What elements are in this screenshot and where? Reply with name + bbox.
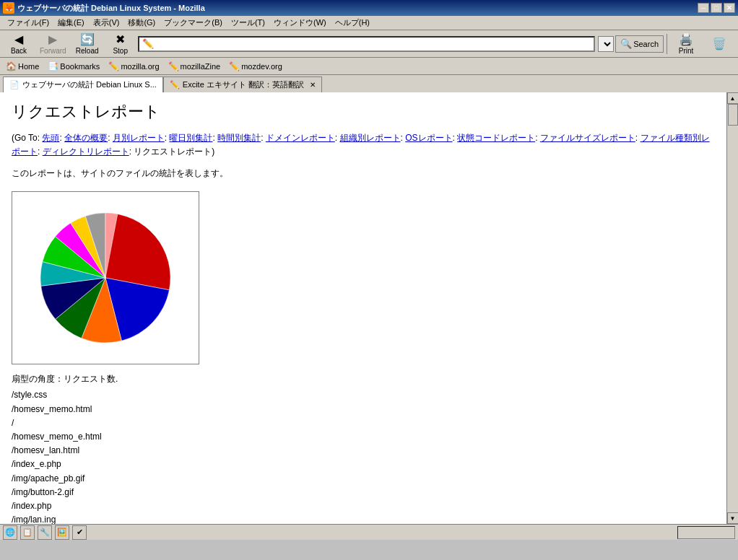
title-bar: 🦊 ウェブサーバの統計 Debian Linux System - Mozill… (0, 0, 738, 16)
page-title: リクエストレポート (12, 101, 715, 123)
status-icon-2[interactable]: 🔧 (38, 525, 52, 540)
file-item: /homesv_lan.html (12, 444, 715, 458)
nav-link-org[interactable]: 組織別レポート (340, 133, 401, 143)
scroll-thumb[interactable] (728, 104, 738, 126)
pie-chart (33, 206, 178, 350)
bookmarks-icon: 📑 (48, 61, 58, 71)
file-item: /style.css (12, 388, 715, 402)
address-bar[interactable]: ✏️ (138, 36, 595, 52)
file-item: /img/lan.ing (12, 513, 715, 524)
bookmark-bookmarks-label: Bookmarks (60, 62, 100, 71)
file-item: / (12, 416, 715, 430)
forward-icon: ▶ (48, 32, 57, 46)
bookmark-mozillazine-label: mozillaZine (181, 62, 221, 71)
window-controls: ─ □ ✕ (698, 3, 735, 13)
file-item: /homesv_memo.html (12, 403, 715, 416)
status-icon-0[interactable]: 🌐 (3, 525, 17, 540)
separator (667, 34, 667, 54)
content-area[interactable]: リクエストレポート (Go To: 先頭: 全体の概要: 月別レポート: 曜日別… (0, 92, 726, 524)
status-icon-1[interactable]: 📋 (20, 525, 35, 540)
file-item: /index_e.php (12, 458, 715, 471)
legend-text: 扇型の角度：リクエスト数. (12, 373, 715, 385)
tab-1-close[interactable]: ✕ (310, 81, 316, 89)
stop-label: Stop (113, 47, 128, 55)
nav-link-top[interactable]: 先頭 (42, 133, 59, 143)
status-bar: 🌐 📋 🔧 🖼️ ✔ (0, 524, 738, 540)
nav-link-status[interactable]: 状態コードレポート (457, 133, 535, 143)
menu-window[interactable]: ウィンドウ(W) (269, 16, 331, 30)
back-icon: ◀ (14, 32, 23, 46)
nav-link-os[interactable]: OSレポート (405, 133, 452, 143)
nav-link-weekly[interactable]: 曜日別集計 (169, 133, 212, 143)
url-input[interactable] (157, 40, 591, 48)
back-label: Back (11, 47, 27, 55)
menu-edit[interactable]: 編集(E) (53, 16, 89, 30)
chart-container (12, 191, 199, 364)
description: このレポートは、サイトのファイルの統計を表します。 (12, 167, 715, 180)
print-label: Print (679, 47, 694, 55)
home-icon: 🏠 (6, 61, 17, 71)
mozdev-icon: ✏️ (229, 61, 240, 71)
status-box (677, 526, 735, 539)
nav-link-monthly[interactable]: 月別レポート (113, 133, 165, 143)
file-item: /img/button-2.gif (12, 486, 715, 499)
maximize-button[interactable]: □ (711, 3, 722, 13)
reload-button[interactable]: 🔄 Reload (71, 32, 103, 56)
print-button[interactable]: 🖨️ Print (670, 32, 702, 56)
nav-link-directory[interactable]: ディレクトリレポート (43, 146, 129, 157)
bookmark-home[interactable]: 🏠 Home (3, 60, 42, 73)
forward-label: Forward (40, 47, 66, 55)
file-list: /style.css /homesv_memo.html / /homesv_m… (12, 388, 715, 524)
forward-button[interactable]: ▶ Forward (36, 32, 70, 56)
bookmark-mozdev[interactable]: ✏️ mozdev.org (226, 60, 285, 73)
close-button[interactable]: ✕ (724, 3, 735, 13)
scroll-up-button[interactable]: ▲ (727, 92, 739, 104)
url-dropdown[interactable] (598, 36, 614, 52)
mozilla-icon: ✏️ (108, 61, 119, 71)
mozillazine-icon: ✏️ (168, 61, 179, 71)
minimize-button[interactable]: ─ (698, 3, 709, 13)
nav-link-hourly[interactable]: 時間別集計 (217, 133, 261, 143)
tab-1-icon: ✏️ (170, 80, 180, 89)
stop-icon: ✖ (116, 32, 125, 46)
scroll-track (727, 104, 739, 512)
nav-link-domain[interactable]: ドメインレポート (266, 133, 335, 143)
status-icon-3[interactable]: 🖼️ (55, 525, 69, 540)
file-item: /homesv_memo_e.html (12, 430, 715, 444)
tab-0-label: ウェブサーバの統計 Debian Linux S... (22, 79, 157, 90)
nav-link-filesize[interactable]: ファイルサイズレポート (540, 133, 635, 143)
toolbar: ◀ Back ▶ Forward 🔄 Reload ✖ Stop ✏️ 🔍 Se… (0, 30, 738, 58)
bookmark-home-label: Home (18, 62, 39, 71)
bookmark-bookmarks[interactable]: 📑 Bookmarks (45, 60, 103, 73)
print-icon: 🖨️ (679, 32, 693, 46)
menu-tools[interactable]: ツール(T) (227, 16, 269, 30)
nav-link-overview[interactable]: 全体の概要 (64, 133, 108, 143)
stop-button[interactable]: ✖ Stop (105, 32, 136, 56)
window-title: ウェブサーバの統計 Debian Linux System - Mozilla (17, 3, 205, 14)
reload-label: Reload (76, 47, 99, 55)
search-button[interactable]: 🔍 Search (615, 35, 664, 53)
tab-1[interactable]: ✏️ Excite エキサイト 翻訳：英語翻訳 ✕ (163, 76, 322, 92)
status-icons: 🌐 📋 🔧 🖼️ ✔ (3, 525, 87, 540)
menu-bookmarks[interactable]: ブックマーク(B) (160, 16, 227, 30)
bookmark-mozilla-label: mozilla.org (121, 62, 159, 71)
tab-bar: 📄 ウェブサーバの統計 Debian Linux S... ✏️ Excite … (0, 75, 738, 92)
back-button[interactable]: ◀ Back (3, 32, 35, 56)
tab-0[interactable]: 📄 ウェブサーバの統計 Debian Linux S... (3, 76, 163, 92)
search-icon: 🔍 (620, 38, 632, 49)
reload-icon: 🔄 (80, 32, 95, 46)
menu-go[interactable]: 移動(G) (123, 16, 160, 30)
scrollbar[interactable]: ▲ ▼ (726, 92, 738, 524)
menu-view[interactable]: 表示(V) (89, 16, 124, 30)
menu-file[interactable]: ファイル(F) (3, 16, 53, 30)
status-icon-4[interactable]: ✔ (72, 525, 87, 540)
nav-links: (Go To: 先頭: 全体の概要: 月別レポート: 曜日別集計: 時間別集計:… (12, 131, 715, 159)
bookmark-mozillazine[interactable]: ✏️ mozillaZine (165, 60, 224, 73)
menu-bar: ファイル(F) 編集(E) 表示(V) 移動(G) ブックマーク(B) ツール(… (0, 16, 738, 30)
scroll-down-button[interactable]: ▼ (727, 512, 739, 524)
tab-0-icon: 📄 (9, 80, 19, 89)
trash-button[interactable]: 🗑️ (703, 32, 735, 56)
file-item: /index.php (12, 499, 715, 513)
bookmark-mozilla[interactable]: ✏️ mozilla.org (105, 60, 162, 73)
menu-help[interactable]: ヘルプ(H) (331, 16, 374, 30)
